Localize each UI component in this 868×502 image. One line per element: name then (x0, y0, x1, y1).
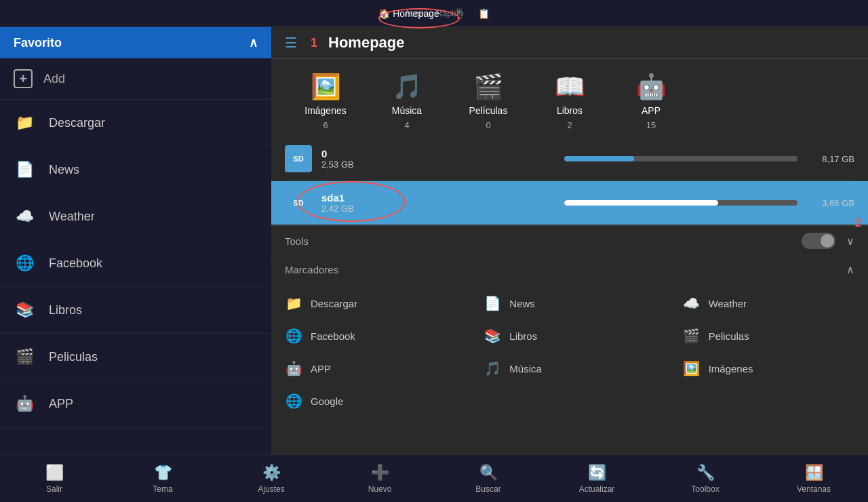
file-cat-imagenes[interactable]: 🖼️ Imágenes 6 (285, 73, 366, 130)
musica-icon: 🎵 (392, 73, 422, 101)
file-cat-libros[interactable]: 📖 Libros 2 (529, 73, 610, 130)
nuevo-icon: ➕ (371, 464, 389, 482)
app-cat-label: APP (642, 105, 660, 116)
sd-icon-0: SD (285, 145, 312, 172)
favorito-label: Favorito (14, 36, 62, 50)
storage-name-sda1: sda1 (321, 192, 555, 204)
libros-cat-icon: 📖 (555, 73, 585, 101)
storage-info-0: 0 2,53 GB (321, 148, 555, 170)
marcadores-item-news[interactable]: 📄 News (470, 287, 669, 320)
sidebar-item-app[interactable]: 🤖 APP (0, 381, 271, 427)
marcadores-weather-icon: ☁️ (683, 295, 701, 311)
musica-count: 4 (404, 120, 409, 130)
file-cat-peliculas[interactable]: 🎬 Películas 0 (448, 73, 529, 130)
peliculas-count: 0 (486, 120, 490, 130)
hamburger-icon[interactable]: ☰ (285, 35, 297, 51)
peliculas-icon: 🎬 (14, 346, 35, 368)
tools-section: Tools ∨ (271, 225, 868, 256)
file-categories: 🖼️ Imágenes 6 🎵 Música 4 🎬 Películas 0 📖… (271, 59, 868, 137)
sidebar-header: Favorito ∧ (0, 27, 271, 58)
marcadores-item-google[interactable]: 🌐 Google (271, 385, 470, 417)
actualizar-label: Actualizar (579, 484, 615, 494)
buscar-label: Buscar (475, 484, 500, 494)
bottom-ventanas[interactable]: 🪟 Ventanas (787, 464, 841, 494)
sidebar-add-item[interactable]: + Add (0, 58, 271, 100)
storage-item-0[interactable]: SD 0 2,53 GB 8,17 GB (285, 137, 854, 181)
sidebar-label-libros: Libros (49, 303, 82, 317)
marcadores-descargar-icon: 📁 (285, 295, 302, 311)
sidebar-item-facebook[interactable]: 🌐 Facebook (0, 240, 271, 287)
marcadores-item-facebook[interactable]: 🌐 Facebook (271, 320, 470, 352)
marcadores-item-weather[interactable]: ☁️ Weather (669, 287, 868, 320)
storage-size-sda1: 2,42 GB (321, 204, 555, 214)
bottom-toolbox[interactable]: 🔧 Toolbox (678, 464, 732, 494)
add-label: Add (43, 72, 65, 86)
sidebar-label-weather: Weather (49, 210, 95, 224)
toolbox-label: Toolbox (691, 484, 719, 494)
sidebar-item-descargar[interactable]: 📁 Descargar (0, 100, 271, 147)
chevron-up-icon: ∧ (249, 35, 258, 50)
peliculas-cat-label: Películas (469, 105, 508, 116)
sidebar-item-weather[interactable]: ☁️ Weather (0, 193, 271, 240)
sidebar-label-news: News (49, 163, 79, 177)
sidebar-item-peliculas[interactable]: 🎬 Peliculas (0, 334, 271, 381)
app-cat-icon: 🤖 (636, 73, 667, 101)
toolbox-icon: 🔧 (696, 464, 715, 482)
marcadores-item-musica[interactable]: 🎵 Música (470, 352, 669, 385)
marcadores-musica-label: Música (509, 363, 542, 374)
imagenes-count: 6 (323, 120, 328, 130)
bottom-bar: ⬜ Salir 👕 Tema ⚙️ Ajustes ➕ Nuevo 🔍 Busc… (0, 455, 868, 502)
storage-bar-0 (564, 156, 797, 161)
salir-icon: ⬜ (45, 464, 64, 482)
marcadores-item-imagenes[interactable]: 🖼️ Imágenes (669, 352, 868, 385)
tools-toggle[interactable] (802, 233, 835, 249)
bottom-salir[interactable]: ⬜ Salir (27, 464, 81, 494)
homepage-nav[interactable]: 🏠 Homepage (378, 8, 439, 19)
file-cat-musica[interactable]: 🎵 Música 4 (366, 73, 448, 130)
bottom-actualizar[interactable]: 🔄 Actualizar (570, 464, 624, 494)
buscar-icon: 🔍 (479, 464, 498, 482)
tools-chevron-icon: ∨ (846, 235, 854, 248)
content-area: ☰ 1 Homepage 🖼️ Imágenes 6 🎵 Música 4 🎬 … (271, 27, 868, 455)
marcadores-facebook-icon: 🌐 (285, 328, 302, 344)
sidebar-item-news[interactable]: 📄 News (0, 147, 271, 193)
app-icon: 🤖 (14, 393, 35, 414)
storage-bar-sda1 (564, 200, 797, 206)
bottom-nuevo[interactable]: ➕ Nuevo (353, 464, 407, 494)
weather-icon: ☁️ (14, 206, 35, 227)
tema-label: Tema (153, 484, 172, 494)
marcadores-imagenes-label: Imágenes (709, 363, 753, 374)
ajustes-icon: ⚙️ (262, 464, 281, 482)
actualizar-icon: 🔄 (588, 464, 606, 482)
storage-info-sda1: sda1 2,42 GB (321, 192, 555, 214)
bottom-ajustes[interactable]: ⚙️ Ajustes (244, 464, 298, 494)
musica-label: Música (392, 105, 422, 116)
tools-label: Tools (285, 235, 309, 247)
marcadores-item-descargar[interactable]: 📁 Descargar (271, 287, 470, 320)
ventanas-label: Ventanas (797, 484, 831, 494)
sidebar-label-peliculas: Peliculas (49, 350, 98, 364)
sidebar-label-app: APP (49, 397, 73, 411)
marcadores-weather-label: Weather (709, 298, 747, 309)
sidebar-item-libros[interactable]: 📚 Libros (0, 287, 271, 334)
sidebar-label-descargar: Descargar (49, 116, 105, 130)
folder-icon: 📁 (14, 112, 35, 134)
storage-item-sda1[interactable]: SD sda1 2,42 GB 3,66 GB (271, 181, 868, 225)
marcadores-peliculas-icon: 🎬 (683, 328, 701, 344)
marcadores-news-icon: 📄 (484, 295, 501, 311)
storage-size-0: 2,53 GB (321, 159, 555, 170)
storage-bar-fill-sda1 (564, 200, 718, 206)
marcadores-item-peliculas[interactable]: 🎬 Peliculas (669, 320, 868, 352)
marcadores-item-libros[interactable]: 📚 Libros (470, 320, 669, 352)
bottom-tema[interactable]: 👕 Tema (136, 464, 190, 494)
marcadores-app-icon: 🤖 (285, 360, 302, 376)
marcadores-label: Marcadores (285, 264, 338, 275)
bottom-buscar[interactable]: 🔍 Buscar (461, 464, 515, 494)
clipboard-icon-nav[interactable]: 📋 (478, 8, 490, 19)
file-cat-app[interactable]: 🤖 APP 15 (610, 73, 692, 130)
marcadores-item-app[interactable]: 🤖 APP (271, 352, 470, 385)
marcadores-news-label: News (509, 298, 535, 309)
plus-icon: + (14, 69, 33, 88)
toggle-knob (821, 234, 834, 248)
marcadores-facebook-label: Facebook (311, 330, 355, 342)
